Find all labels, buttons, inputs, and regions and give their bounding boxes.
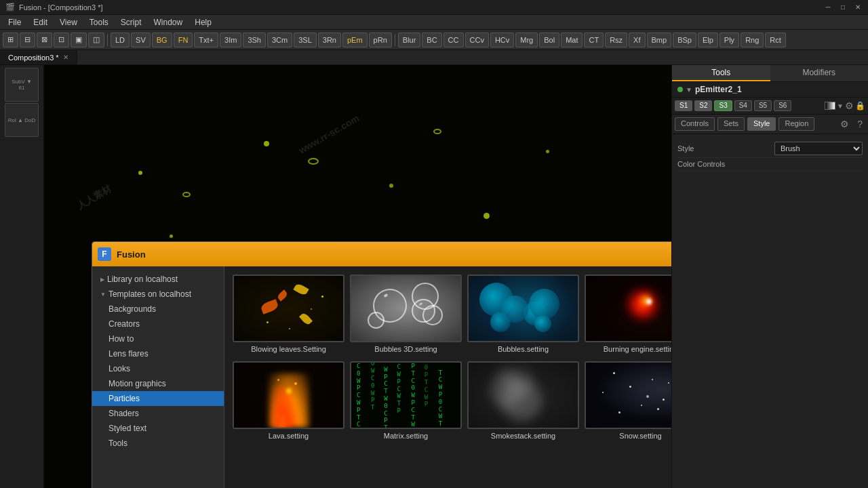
tool-rsz[interactable]: Rsz xyxy=(605,33,627,47)
tool-3im[interactable]: 3Im xyxy=(220,33,241,47)
tool-ccv[interactable]: CCv xyxy=(465,33,489,47)
tree-item-shaders[interactable]: Shaders xyxy=(92,406,224,421)
tool-elp[interactable]: Elp xyxy=(698,33,718,47)
tool-3sh[interactable]: 3Sh xyxy=(243,33,266,47)
tree-label-howto: How to xyxy=(108,334,216,344)
menu-window[interactable]: Window xyxy=(149,16,189,28)
tool-ct[interactable]: CT xyxy=(584,33,604,47)
tool-sv[interactable]: SV xyxy=(131,33,151,47)
tool-icon-grid4[interactable]: ⊡ xyxy=(54,33,69,47)
tool-pem[interactable]: pEm xyxy=(342,33,368,47)
template-label-leaves: Blowing leaves.Setting xyxy=(250,342,328,356)
tool-cc[interactable]: CC xyxy=(443,33,464,47)
inspector-help-icon[interactable]: ? xyxy=(854,117,865,131)
tool-bmp[interactable]: Bmp xyxy=(647,33,672,47)
tree-label-shaders: Shaders xyxy=(108,409,216,418)
tree-item-lensflares[interactable]: Lens flares xyxy=(92,346,224,361)
template-thumb-bubbles xyxy=(467,274,579,342)
menu-file[interactable]: File xyxy=(3,16,26,28)
s5-button[interactable]: S5 xyxy=(754,100,772,111)
template-burning[interactable]: Burning engine.setting xyxy=(585,274,671,356)
tree-label-lensflares: Lens flares xyxy=(108,349,216,359)
inspector-tab-sets[interactable]: Sets xyxy=(717,117,745,131)
minimize-button[interactable]: ─ xyxy=(823,3,833,12)
gear-icon[interactable]: ⚙ xyxy=(845,100,854,111)
inspector-tab-region[interactable]: Region xyxy=(778,117,814,131)
title-bar-controls[interactable]: ─ □ ✕ xyxy=(823,3,863,12)
inspector-content: Style Brush Point Sprite Color Controls xyxy=(672,134,868,488)
tool-icon-grid5[interactable]: ▣ xyxy=(71,33,87,47)
s4-button[interactable]: S4 xyxy=(734,100,752,111)
menu-edit[interactable]: Edit xyxy=(28,16,53,28)
tool-rng[interactable]: Rng xyxy=(741,33,764,47)
tool-bc[interactable]: BC xyxy=(422,33,441,47)
tree-item-backgrounds[interactable]: Backgrounds xyxy=(92,302,224,317)
s2-button[interactable]: S2 xyxy=(694,100,712,111)
tool-mat[interactable]: Mat xyxy=(561,33,583,47)
close-button[interactable]: ✕ xyxy=(853,3,863,12)
tree-item-looks[interactable]: Looks xyxy=(92,361,224,376)
tab-close-button[interactable]: ✕ xyxy=(63,54,68,61)
template-thumb-leaves xyxy=(233,274,344,342)
s3-button[interactable]: S3 xyxy=(714,100,732,111)
menu-help[interactable]: Help xyxy=(189,16,217,28)
tree-item-howto[interactable]: How to xyxy=(92,331,224,346)
tool-3cm[interactable]: 3Cm xyxy=(267,33,292,47)
s6-button[interactable]: S6 xyxy=(774,100,791,111)
right-panel: Tools Modifiers ▼ pEmitter2_1 S1 S2 S3 S… xyxy=(671,65,868,488)
tool-blur[interactable]: Blur xyxy=(398,33,421,47)
template-matrix[interactable]: C0WPCWPTC 1OWC0WPT WPCTW0CPT 0CWPCWTP PT… xyxy=(350,361,462,443)
s1-button[interactable]: S1 xyxy=(675,100,692,111)
template-bubbles[interactable]: Bubbles.setting xyxy=(467,274,579,356)
template-snow[interactable]: Snow.setting xyxy=(585,361,671,443)
style-value: Brush Point Sprite xyxy=(774,142,863,155)
tool-icon-grid6[interactable]: ◫ xyxy=(88,33,104,47)
tool-fn[interactable]: FN xyxy=(174,33,193,47)
tool-bg[interactable]: BG xyxy=(152,33,172,47)
tree-item-tools[interactable]: Tools xyxy=(92,436,224,451)
tool-hcv[interactable]: HCv xyxy=(490,33,514,47)
tool-header: ▼ pEmitter2_1 xyxy=(672,82,868,98)
tool-icon-grid[interactable]: ⊞ xyxy=(3,33,18,47)
lock-icon[interactable]: 🔒 xyxy=(855,101,865,110)
template-bubbles3d[interactable]: Bubbles 3D.setting xyxy=(350,274,462,356)
template-smoke[interactable]: Smokestack.setting xyxy=(467,361,579,443)
tree-item-templates[interactable]: ▼ Templates on localhost xyxy=(92,287,224,302)
tool-prn[interactable]: pRn xyxy=(369,33,392,47)
tree-item-particles[interactable]: Particles xyxy=(92,391,224,406)
left-tool-subv[interactable]: SubV ▼61 xyxy=(5,68,39,102)
inspector-gear-icon[interactable]: ⚙ xyxy=(837,117,852,131)
inspector-tab-controls[interactable]: Controls xyxy=(675,117,715,131)
tool-bol[interactable]: Bol xyxy=(539,33,559,47)
inspector-tab-style[interactable]: Style xyxy=(747,117,776,131)
style-select[interactable]: Brush Point Sprite xyxy=(774,142,863,155)
tree-item-styledtext[interactable]: Styled text xyxy=(92,421,224,436)
tree-item-creators[interactable]: Creators xyxy=(92,317,224,331)
tool-bsp[interactable]: BSp xyxy=(673,33,696,47)
maximize-button[interactable]: □ xyxy=(838,3,848,12)
tab-composition3[interactable]: Composition3 * ✕ xyxy=(0,50,77,64)
tool-mrg[interactable]: Mrg xyxy=(515,33,538,47)
tool-ply[interactable]: Ply xyxy=(719,33,739,47)
color-controls-row: Color Controls xyxy=(677,158,863,171)
template-lava[interactable]: Lava.setting xyxy=(233,361,344,443)
tool-txt[interactable]: Txt+ xyxy=(194,33,218,47)
tree-arrow-library: ▶ xyxy=(100,277,104,283)
tool-icon-grid3[interactable]: ⊠ xyxy=(37,33,52,47)
template-blowing-leaves[interactable]: Blowing leaves.Setting xyxy=(233,274,344,356)
menu-tools[interactable]: Tools xyxy=(84,16,114,28)
rpanel-tab-modifiers[interactable]: Modifiers xyxy=(770,65,869,81)
tool-ld[interactable]: LD xyxy=(111,33,130,47)
left-tool-dod[interactable]: Rol ▲ DoD xyxy=(5,103,39,137)
tree-item-library[interactable]: ▶ Library on localhost xyxy=(92,272,224,287)
tool-icon-grid2[interactable]: ⊟ xyxy=(20,33,35,47)
menu-script[interactable]: Script xyxy=(115,16,147,28)
menu-view[interactable]: View xyxy=(54,16,83,28)
tool-3sl[interactable]: 3SL xyxy=(294,33,317,47)
tree-item-motiongraphics[interactable]: Motion graphics xyxy=(92,376,224,391)
tool-3rn[interactable]: 3Rn xyxy=(318,33,341,47)
tool-xf[interactable]: Xf xyxy=(629,33,645,47)
template-thumb-bubbles3d xyxy=(350,274,462,342)
tool-rct[interactable]: Rct xyxy=(765,33,786,47)
rpanel-tab-tools[interactable]: Tools xyxy=(672,65,770,81)
